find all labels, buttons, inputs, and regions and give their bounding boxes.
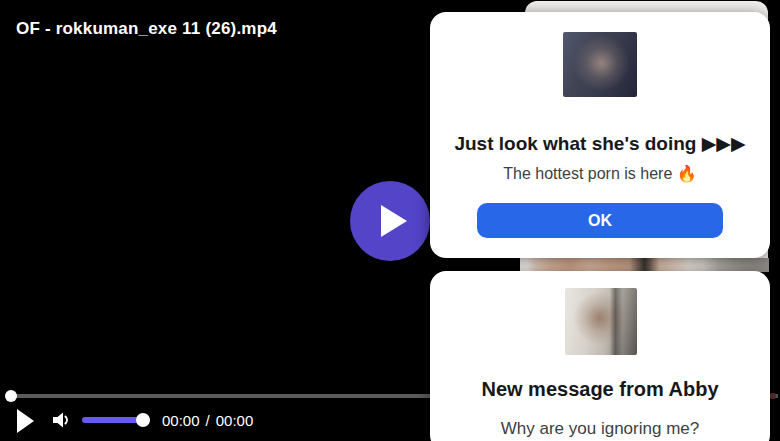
seek-end-marker bbox=[770, 393, 776, 399]
page: OF - rokkuman_exe 11 (26).mp4 00:00 / 00… bbox=[0, 0, 780, 441]
time-current: 00:00 bbox=[162, 412, 200, 429]
time-display: 00:00 / 00:00 bbox=[162, 412, 253, 429]
speaker-icon bbox=[49, 408, 73, 432]
message-heading: New message from Abby bbox=[430, 378, 770, 401]
popup-message: New message from Abby Why are you ignori… bbox=[430, 271, 770, 441]
time-separator: / bbox=[206, 412, 210, 429]
offer-subtext: The hottest porn is here 🔥 bbox=[430, 164, 770, 183]
offer-thumbnail-photo[interactable] bbox=[563, 32, 637, 97]
offer-heading: Just look what she's doing ▶▶▶ bbox=[430, 132, 770, 155]
seek-thumb[interactable] bbox=[5, 390, 17, 402]
background-popup-photo-sliver bbox=[520, 258, 769, 272]
popup-offer: Just look what she's doing ▶▶▶ The hotte… bbox=[430, 12, 770, 258]
play-icon bbox=[17, 409, 34, 433]
message-thumbnail-photo[interactable] bbox=[565, 288, 637, 355]
play-button[interactable] bbox=[17, 408, 37, 434]
volume-thumb[interactable] bbox=[136, 413, 150, 427]
big-play-button[interactable] bbox=[350, 181, 430, 261]
message-subtext: Why are you ignoring me? bbox=[430, 419, 770, 439]
ok-button[interactable]: OK bbox=[477, 203, 723, 238]
volume-slider[interactable] bbox=[82, 417, 150, 423]
volume-button[interactable] bbox=[49, 408, 73, 432]
play-icon bbox=[381, 205, 407, 237]
video-title: OF - rokkuman_exe 11 (26).mp4 bbox=[16, 19, 277, 39]
time-total: 00:00 bbox=[216, 412, 254, 429]
